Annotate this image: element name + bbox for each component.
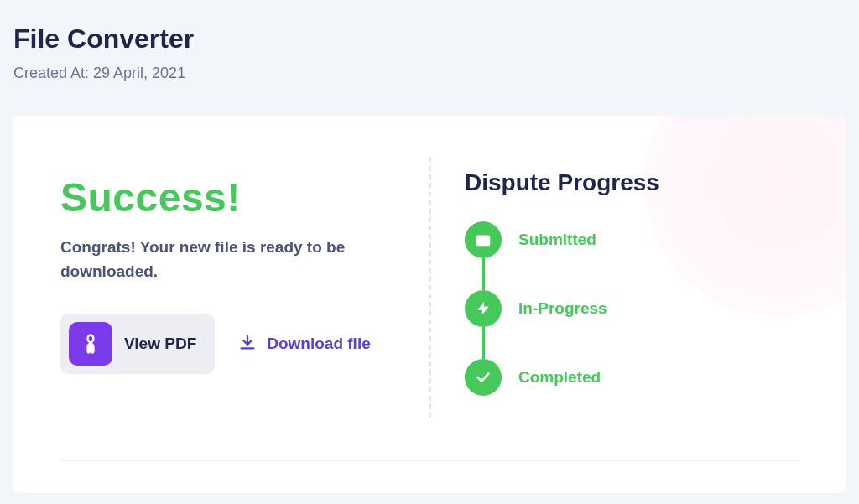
action-buttons: View PDF Download file — [60, 314, 396, 374]
step-label: Completed — [518, 368, 601, 387]
created-at-text: Created At: 29 April, 2021 — [13, 65, 846, 82]
in-progress-icon — [465, 290, 502, 327]
progress-title: Dispute Progress — [465, 169, 799, 196]
download-file-label: Download file — [267, 335, 371, 353]
main-card: Success! Congrats! Your new file is read… — [13, 116, 846, 493]
submitted-icon — [465, 221, 502, 258]
progress-section: Dispute Progress Submitted — [431, 174, 799, 418]
page-title: File Converter — [13, 23, 846, 55]
pdf-icon — [69, 322, 112, 366]
progress-steps: Submitted In-Progress — [465, 221, 799, 396]
view-pdf-label: View PDF — [124, 335, 196, 353]
step-connector — [482, 327, 485, 359]
download-icon — [238, 334, 257, 355]
success-message: Congrats! Your new file is ready to be d… — [60, 236, 396, 283]
success-section: Success! Congrats! Your new file is read… — [60, 174, 430, 418]
step-label: In-Progress — [518, 299, 607, 318]
bottom-divider — [60, 460, 799, 461]
completed-icon — [465, 359, 502, 396]
step-label: Submitted — [518, 231, 596, 249]
view-pdf-button[interactable]: View PDF — [60, 314, 215, 374]
progress-step-submitted: Submitted — [465, 221, 799, 258]
progress-step-completed: Completed — [465, 359, 799, 396]
card-content: Success! Congrats! Your new file is read… — [60, 174, 799, 418]
progress-step-in-progress: In-Progress — [465, 290, 799, 327]
page-header: File Converter Created At: 29 April, 202… — [0, 0, 859, 99]
success-title: Success! — [60, 174, 396, 221]
download-file-button[interactable]: Download file — [232, 325, 377, 363]
step-connector — [482, 258, 485, 290]
